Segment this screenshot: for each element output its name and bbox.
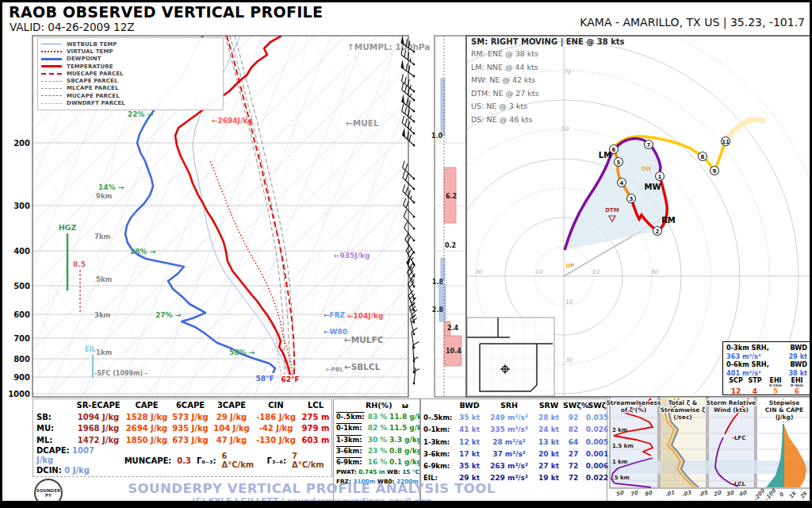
svg-text:.05: .05: [697, 489, 709, 498]
legend-item: TEMPERATURE: [41, 63, 220, 70]
svg-text:1.5 km: 1.5 km: [612, 443, 634, 449]
us-line: US: NE @ 3 kts: [471, 102, 625, 110]
footer-tool-name: SOUNDERPY VERTICAL PROFILE ANALYSIS TOOL: [74, 481, 550, 496]
svg-text:2: 2: [656, 229, 660, 235]
ehi01-value: 5: [764, 387, 787, 396]
storm-motion-info: SM: RIGHT MOVING | ENE @ 38 kts RM: ENE …: [471, 37, 625, 128]
svg-text:700: 700: [13, 334, 30, 343]
pressure-axis: 200 300 400 500 600 700 800 900 1000: [8, 139, 30, 398]
svg-text:4: 4: [620, 180, 624, 187]
up-label: UP: [566, 263, 575, 269]
cape104-label: ←104J/kg: [347, 312, 383, 320]
svg-text:3km: 3km: [94, 311, 111, 319]
lfc-label: -LFC: [732, 435, 745, 441]
sm-line: SM: RIGHT MOVING | ENE @ 38 kts: [471, 37, 625, 46]
svg-text:1000: 1000: [8, 390, 30, 398]
ehi03-value: 6: [787, 387, 807, 396]
svg-text:40: 40: [738, 490, 749, 498]
svg-text:30: 30: [565, 356, 573, 364]
svg-text:7: 7: [647, 142, 651, 148]
svg-text:7km: 7km: [94, 233, 111, 241]
svg-text:30: 30: [650, 268, 659, 275]
svg-text:14% →: 14% →: [98, 183, 124, 191]
mlcape-line-icon: [41, 88, 62, 89]
svg-text:1.8: 1.8: [432, 279, 444, 286]
svg-text:22% →: 22% →: [128, 110, 154, 118]
svg-text:90: 90: [644, 490, 654, 498]
svg-text:of ζ (%): of ζ (%): [621, 406, 646, 414]
legend-item: WETBULB TEMP: [41, 40, 220, 48]
mulfc-label: ←MULFC: [344, 335, 384, 344]
series-legend: WETBULB TEMP VIRTUAL TEMP DEWPOINT TEMPE…: [37, 37, 224, 110]
svg-text:Streamwise ζ: Streamwise ζ: [661, 406, 706, 414]
svg-text:20: 20: [713, 490, 723, 498]
legend-item: MLCAPE PARCEL: [41, 85, 220, 92]
svg-text:0: 0: [778, 491, 786, 498]
strip-bar-blue-3: [439, 284, 446, 321]
legend-item: SBCAPE PARCEL: [41, 77, 220, 84]
svg-text:10: 10: [534, 268, 543, 275]
svg-text:1: 1: [658, 174, 662, 180]
sfc-label: -SFC (1099m) -: [94, 370, 147, 377]
svg-text:30: 30: [726, 490, 736, 498]
pbl-label: ←PBL: [326, 366, 343, 373]
svg-text:900: 900: [13, 373, 30, 382]
thermodynamics-table: SR-ECAPE CAPE 6CAPE 3CAPE CIN LCL SB: 10…: [33, 398, 332, 477]
svg-text:800: 800: [13, 355, 30, 364]
svg-text:500: 500: [13, 282, 30, 291]
svg-text:600: 600: [13, 310, 30, 319]
svg-text:10: 10: [592, 268, 600, 275]
svg-text:9km: 9km: [96, 192, 113, 200]
muel-label: ←MUEL: [346, 118, 379, 128]
svg-text:28% →: 28% →: [130, 248, 156, 256]
hgz-label: HGZ: [59, 223, 77, 232]
legend-item: DEWPOINT: [41, 56, 220, 63]
svg-text:1km: 1km: [96, 348, 113, 356]
svg-text:.5 km: .5 km: [612, 475, 630, 481]
sounderpy-profile-page: 200 300 400 500 600 700 800 900 1000 -30…: [0, 0, 812, 508]
legend-item: MUCAPE PARCEL: [41, 92, 220, 99]
svg-text:5km: 5km: [96, 275, 113, 283]
svg-text:6.2: 6.2: [446, 193, 457, 200]
temperature-line-icon: [41, 65, 62, 67]
svg-text:11: 11: [722, 139, 730, 145]
svg-text:Wind (kts): Wind (kts): [714, 406, 749, 414]
sfc-temp-label: 62°F: [281, 375, 299, 383]
svg-text:1.0: 1.0: [431, 133, 443, 140]
legend-item: VIRTUAL TEMP: [41, 48, 220, 55]
svg-text:2k: 2k: [799, 489, 809, 499]
legend-item: DWNDRFT PARCEL: [41, 99, 220, 106]
svg-text:70: 70: [630, 490, 640, 498]
svg-text:6: 6: [612, 147, 616, 153]
dwndrft-line-icon: [41, 103, 62, 104]
ds-line: DS: NE @ 46 kts: [471, 115, 625, 124]
mw-line: MW: NE @ 42 kts: [471, 75, 625, 84]
svg-text:.01: .01: [664, 490, 675, 498]
svg-text:27% →: 27% →: [155, 311, 182, 319]
frz-label: ←FRZ: [324, 311, 346, 319]
svg-text:50: 50: [615, 490, 626, 498]
cape935-label: ←935J/kg: [334, 252, 370, 260]
svg-text:Streamwiseness: Streamwiseness: [606, 399, 661, 406]
srh-bwd-summary-box: 0-3km SRH,BWD 363 m²/s²29 kt 0-6km SRH,B…: [722, 341, 811, 395]
legend-item: MUECAPE PARCEL: [41, 70, 220, 77]
scp-value: 12: [726, 387, 745, 396]
mini-panels: Streamwisenessof ζ (%) Total ζ &Streamwi…: [606, 397, 812, 502]
dcape-dcin: DCAPE: 1007 J/kg DCIN: 0 J/kg: [36, 446, 113, 476]
mucape-energy-label: ←2694J/kg: [212, 117, 253, 125]
svg-text:30: 30: [474, 268, 483, 275]
lm-label: LM: [599, 151, 611, 160]
lm-line: LM: NNE @ 44 kts: [471, 63, 625, 71]
lcl-label: -LCL: [732, 481, 746, 487]
svg-text:2 km: 2 km: [612, 427, 627, 433]
svg-text:10: 10: [565, 298, 573, 306]
svg-text:10.4: 10.4: [446, 348, 462, 355]
svg-text:Total ζ &: Total ζ &: [668, 399, 698, 406]
svg-text:0.2: 0.2: [445, 242, 456, 249]
layer-value-strip: 1.0 6.2 0.2 1.8 2.8 2.4 10.4: [431, 36, 466, 397]
svg-text:Storm Relative: Storm Relative: [707, 399, 756, 406]
sblcl-label: ←SBLCL: [344, 362, 381, 371]
rm-label: RM: [661, 216, 676, 225]
sfc-dewpoint-label: 58°F: [255, 375, 274, 383]
pwat-wb-row: PWAT: 0.745 in WB: 15 °C: [336, 468, 419, 476]
